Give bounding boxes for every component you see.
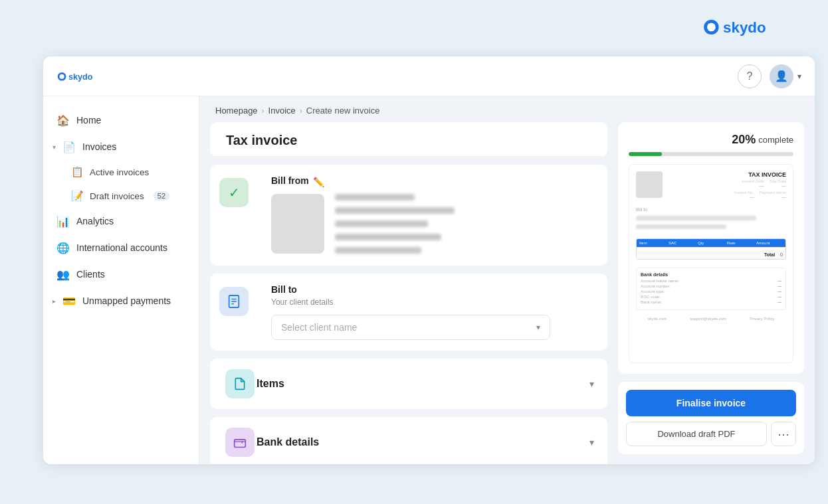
avatar: 👤: [770, 64, 793, 88]
bank-details-title: Bank details: [257, 436, 589, 448]
svg-point-4: [60, 74, 64, 78]
preview-to-label: Bill to: [636, 207, 786, 212]
sidebar-item-analytics[interactable]: 📊 Analytics: [43, 208, 199, 234]
preview-meta-due-date: Due Date —: [770, 179, 786, 188]
bank-details-icon-col: [223, 428, 257, 457]
preview-total-value: 0: [780, 252, 783, 257]
bill-from-section: ✓ Bill from ✏️: [210, 165, 607, 266]
more-options-button[interactable]: ⋯: [771, 422, 796, 446]
breadcrumb-invoice[interactable]: Invoice: [268, 106, 296, 116]
preview-bank-row-3: Account type: —: [641, 290, 781, 294]
more-options-icon: ⋯: [777, 427, 789, 442]
bill-from-body: Bill from ✏️: [258, 165, 607, 266]
preview-meta-invoice-date: Invoice Date —: [742, 179, 764, 188]
progress-header: 20% complete: [629, 133, 793, 147]
bill-from-line-1: [335, 194, 415, 201]
header-logo: skydo: [56, 67, 116, 86]
client-select-chevron-icon: ▾: [536, 323, 540, 332]
unmapped-payments-expand-arrow-icon: ▸: [52, 297, 56, 305]
bill-to-icon-col: [210, 274, 258, 351]
preview-invoice-title: TAX INVOICE: [734, 171, 786, 178]
bill-to-label: Bill to: [271, 284, 594, 295]
preview-bank-row-5: Bank name: —: [641, 300, 781, 304]
svg-text:skydo: skydo: [68, 72, 93, 81]
svg-text:skydo: skydo: [723, 19, 766, 36]
clients-icon: 👥: [56, 268, 70, 281]
header-bar: skydo ? 👤 ▾: [43, 56, 815, 96]
svg-point-1: [707, 23, 716, 32]
sidebar-item-invoices[interactable]: ▾ 📄 Invoices: [43, 133, 199, 160]
progress-bar-fill: [629, 152, 662, 156]
help-button[interactable]: ?: [738, 64, 762, 88]
preview-meta-payment-terms: Payment terms —: [760, 191, 786, 199]
secondary-actions-row: Download draft PDF ⋯: [626, 422, 796, 446]
top-logo-area: skydo: [702, 12, 808, 42]
sidebar-item-draft-invoices-label: Draft invoices: [90, 191, 144, 201]
breadcrumb: Homepage › Invoice › Create new invoice: [199, 96, 815, 122]
sidebar-item-unmapped-payments-label: Unmapped payments: [82, 295, 171, 306]
sidebar-item-unmapped-payments[interactable]: ▸ 💳 Unmapped payments: [43, 288, 199, 314]
progress-bar-wrap: [629, 152, 793, 156]
preview-table-header: Item SAC Qty Rate Amount: [637, 239, 785, 247]
app-container: skydo ? 👤 ▾ 🏠 Home ▾ 📄 Invoices: [43, 56, 815, 464]
bank-details-icon: [225, 428, 255, 457]
preview-panel: 20% complete: [618, 122, 804, 464]
progress-card: 20% complete: [618, 122, 804, 374]
international-accounts-icon: 🌐: [56, 241, 70, 254]
items-section: Items ▾: [210, 359, 607, 409]
bank-details-header[interactable]: Bank details ▾: [210, 417, 607, 464]
breadcrumb-homepage[interactable]: Homepage: [215, 106, 258, 116]
bill-from-line-5: [335, 247, 421, 254]
draft-invoices-badge: 52: [154, 191, 169, 201]
sidebar-item-active-invoices[interactable]: 📋 Active invoices: [43, 160, 199, 184]
sidebar-item-draft-invoices[interactable]: 📝 Draft invoices 52: [43, 184, 199, 208]
breadcrumb-current: Create new invoice: [306, 106, 380, 116]
preview-bank-title: Bank details: [641, 272, 781, 277]
sidebar-item-analytics-label: Analytics: [76, 216, 114, 226]
unmapped-payments-icon: 💳: [62, 294, 76, 307]
preview-bank-row-1: Account holder name: —: [641, 279, 781, 283]
client-select[interactable]: Select client name ▾: [271, 315, 550, 340]
items-header[interactable]: Items ▾: [210, 359, 607, 409]
active-invoices-icon: 📋: [71, 166, 83, 178]
bill-from-icon-col: ✓: [210, 165, 258, 266]
bill-from-label: Bill from: [271, 175, 309, 186]
bill-to-sublabel: Your client details: [271, 297, 594, 307]
body-area: 🏠 Home ▾ 📄 Invoices 📋 Active invoices 📝 …: [43, 96, 815, 464]
items-icon-col: [223, 369, 257, 398]
invoice-title: Tax invoice: [226, 133, 297, 147]
two-col-layout: Tax invoice ✓ Bill from ✏️: [199, 122, 815, 464]
header-right: ? 👤 ▾: [738, 64, 801, 88]
download-draft-pdf-button[interactable]: Download draft PDF: [626, 422, 767, 446]
preview-meta-invoice-no: Invoice No. —: [734, 191, 754, 199]
edit-bill-from-icon[interactable]: ✏️: [313, 177, 324, 187]
bank-details-section: Bank details ▾: [210, 417, 607, 464]
items-icon: [225, 369, 255, 398]
sidebar-item-international-accounts-label: International accounts: [76, 242, 167, 253]
sidebar-item-clients[interactable]: 👥 Clients: [43, 261, 199, 288]
preview-bank-section: Bank details Account holder name: — Acco…: [636, 268, 786, 310]
sidebar-item-active-invoices-label: Active invoices: [90, 167, 149, 177]
bill-from-line-4: [335, 234, 441, 240]
invoice-preview: TAX INVOICE Invoice Date — Due Date: [629, 164, 793, 363]
draft-invoices-icon: 📝: [71, 190, 83, 202]
form-panel: Tax invoice ✓ Bill from ✏️: [210, 122, 607, 464]
sidebar-item-international-accounts[interactable]: 🌐 International accounts: [43, 234, 199, 261]
breadcrumb-sep-2: ›: [300, 106, 302, 116]
sidebar-item-home[interactable]: 🏠 Home: [43, 107, 199, 133]
finalise-invoice-button[interactable]: Finalise invoice: [626, 390, 796, 416]
avatar-button[interactable]: 👤 ▾: [770, 64, 801, 88]
progress-percent: 20%: [732, 133, 756, 147]
preview-meta-row2: Invoice No. — Payment terms —: [734, 191, 786, 199]
bill-from-avatar: [271, 194, 324, 254]
sidebar-item-home-label: Home: [76, 115, 101, 126]
invoice-title-card: Tax invoice: [210, 122, 607, 157]
preview-logo: [636, 171, 663, 198]
preview-bank-row-2: Account number: —: [641, 284, 781, 288]
analytics-icon: 📊: [56, 214, 70, 228]
preview-client-addr: [636, 224, 726, 229]
invoices-expand-arrow-icon: ▾: [52, 143, 56, 151]
preview-total-label: Total: [764, 252, 775, 257]
action-card: Finalise invoice Download draft PDF ⋯: [618, 382, 804, 454]
bill-from-line-3: [335, 220, 428, 227]
